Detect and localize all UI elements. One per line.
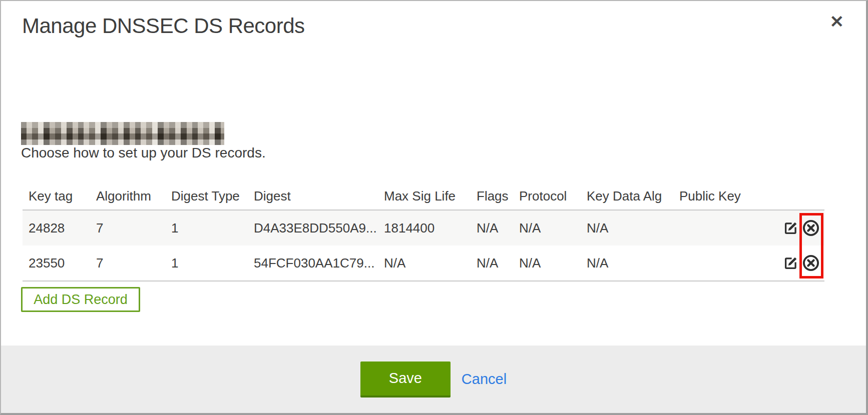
cell-digest: 54FCF030AA1C79... — [248, 246, 378, 281]
delete-record-button[interactable] — [802, 254, 820, 272]
redacted-domain-name — [21, 122, 224, 145]
cell-flags: N/A — [471, 246, 513, 281]
cell-digest-type: 1 — [165, 246, 248, 281]
page-title: Manage DNSSEC DS Records — [22, 14, 305, 38]
cell-actions — [776, 210, 824, 246]
cell-max-sig-life: N/A — [378, 246, 471, 281]
cell-public-key — [673, 246, 776, 281]
instruction-text: Choose how to set up your DS records. — [21, 145, 266, 161]
cell-key-data-alg: N/A — [581, 246, 673, 281]
cell-algorithm: 7 — [90, 246, 165, 281]
circle-x-icon — [802, 254, 820, 272]
edit-record-button[interactable] — [782, 220, 799, 236]
cell-max-sig-life: 1814400 — [378, 210, 471, 246]
column-header-max-sig-life: Max Sig Life — [378, 182, 471, 210]
delete-record-button[interactable] — [802, 219, 820, 237]
add-ds-record-button[interactable]: Add DS Record — [21, 287, 140, 312]
table-header-row: Key tag Algorithm Digest Type Digest Max… — [23, 182, 824, 210]
cell-digest: D4A33E8DD550A9... — [248, 210, 378, 246]
cell-key-tag: 23550 — [23, 246, 90, 281]
save-button[interactable]: Save — [360, 362, 451, 398]
manage-dnssec-dialog: Manage DNSSEC DS Records ✕ Choose how to… — [0, 0, 868, 415]
edit-icon — [782, 255, 799, 272]
circle-x-icon — [802, 219, 820, 237]
cancel-link[interactable]: Cancel — [462, 371, 507, 388]
table-row: 24828 7 1 D4A33E8DD550A9... 1814400 N/A … — [23, 210, 824, 246]
cell-protocol: N/A — [513, 246, 581, 281]
cell-key-tag: 24828 — [23, 210, 90, 246]
cell-key-data-alg: N/A — [581, 210, 673, 246]
cell-actions — [776, 246, 824, 281]
ds-records-table: Key tag Algorithm Digest Type Digest Max… — [23, 182, 824, 282]
column-header-digest: Digest — [248, 182, 378, 210]
edit-icon — [782, 220, 799, 236]
edit-record-button[interactable] — [782, 255, 799, 272]
column-header-protocol: Protocol — [513, 182, 581, 210]
cell-protocol: N/A — [513, 210, 581, 246]
close-icon[interactable]: ✕ — [828, 11, 846, 32]
cell-public-key — [673, 210, 776, 246]
cell-digest-type: 1 — [165, 210, 248, 246]
cell-flags: N/A — [471, 210, 513, 246]
column-header-flags: Flags — [471, 182, 513, 210]
column-header-public-key: Public Key — [673, 182, 776, 210]
column-header-algorithm: Algorithm — [90, 182, 165, 210]
column-header-key-tag: Key tag — [23, 182, 90, 210]
column-header-actions — [776, 182, 824, 210]
column-header-key-data-alg: Key Data Alg — [581, 182, 673, 210]
cell-algorithm: 7 — [90, 210, 165, 246]
dialog-footer: Save Cancel — [1, 346, 866, 413]
table-row: 23550 7 1 54FCF030AA1C79... N/A N/A N/A … — [23, 246, 824, 281]
column-header-digest-type: Digest Type — [165, 182, 248, 210]
